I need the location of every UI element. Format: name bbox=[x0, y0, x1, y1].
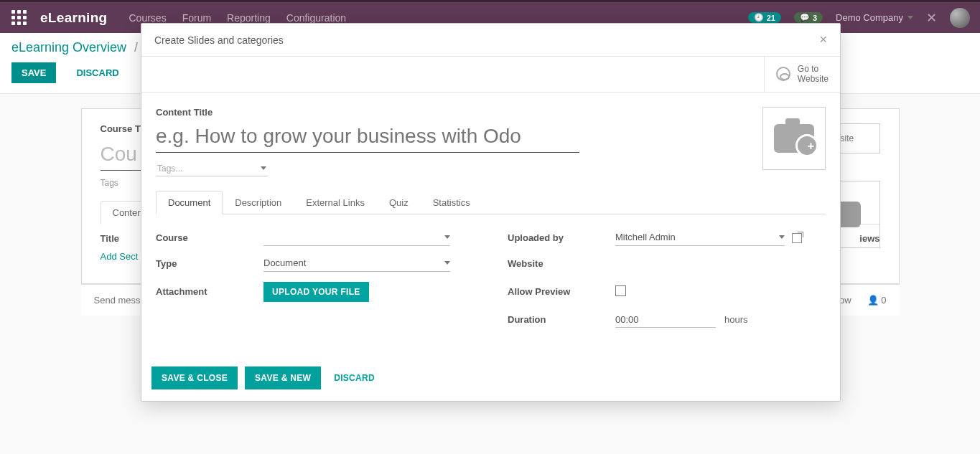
modal-footer: SAVE & CLOSE SAVE & NEW DISCARD bbox=[141, 356, 840, 401]
type-select[interactable]: Document bbox=[263, 256, 450, 272]
uploaded-by-select[interactable]: Mitchell Admin bbox=[615, 230, 785, 246]
modal-header: Create Slides and categories × bbox=[141, 24, 840, 57]
modal-discard-button[interactable]: DISCARD bbox=[334, 373, 375, 383]
uploaded-by-label: Uploaded by bbox=[508, 232, 615, 243]
chevron-down-icon bbox=[779, 235, 785, 239]
upload-file-button[interactable]: UPLOAD YOUR FILE bbox=[263, 282, 369, 302]
create-slide-modal: Create Slides and categories × Go to Web… bbox=[141, 23, 841, 402]
image-upload-box[interactable]: + bbox=[762, 107, 826, 170]
tags-select[interactable]: Tags... bbox=[156, 161, 268, 176]
course-label: Course bbox=[156, 232, 263, 243]
modal-toolbar: Go to Website bbox=[141, 57, 840, 93]
go-to-website-button[interactable]: Go to Website bbox=[764, 57, 840, 92]
type-value: Document bbox=[263, 257, 306, 268]
tab-quiz[interactable]: Quiz bbox=[377, 191, 421, 214]
duration-input[interactable] bbox=[615, 312, 716, 328]
form-grid: Course Uploaded by Mitchell Admin Type D… bbox=[156, 230, 826, 328]
tab-statistics[interactable]: Statistics bbox=[421, 191, 482, 214]
globe-icon bbox=[776, 67, 790, 81]
chevron-down-icon bbox=[444, 261, 450, 265]
tags-placeholder: Tags... bbox=[157, 164, 182, 174]
tab-document[interactable]: Document bbox=[156, 191, 223, 214]
attachment-label: Attachment bbox=[156, 286, 263, 297]
chevron-down-icon bbox=[261, 166, 266, 170]
content-title-label: Content Title bbox=[156, 107, 826, 118]
camera-plus-icon: + bbox=[774, 124, 814, 153]
external-link-icon[interactable] bbox=[792, 233, 802, 243]
chevron-down-icon bbox=[444, 235, 450, 239]
uploaded-by-value: Mitchell Admin bbox=[615, 232, 676, 242]
allow-preview-label: Allow Preview bbox=[508, 286, 615, 297]
website-label: Website bbox=[508, 258, 615, 269]
course-select[interactable] bbox=[263, 230, 450, 246]
modal-tabs: Document Description External Links Quiz… bbox=[156, 191, 826, 214]
duration-unit: hours bbox=[724, 314, 748, 325]
type-label: Type bbox=[156, 258, 263, 269]
modal-body: + Content Title Tags... Document Descrip… bbox=[141, 93, 840, 356]
content-title-input[interactable] bbox=[156, 123, 579, 153]
tab-external-links[interactable]: External Links bbox=[294, 191, 377, 214]
allow-preview-checkbox[interactable] bbox=[615, 285, 626, 296]
save-and-close-button[interactable]: SAVE & CLOSE bbox=[151, 366, 238, 389]
modal-title: Create Slides and categories bbox=[154, 34, 284, 46]
duration-label: Duration bbox=[508, 314, 615, 325]
go-to-website-label: Go to Website bbox=[798, 64, 829, 85]
modal-close-icon[interactable]: × bbox=[819, 32, 827, 47]
save-and-new-button[interactable]: SAVE & NEW bbox=[245, 366, 321, 389]
tab-description[interactable]: Description bbox=[223, 191, 294, 214]
